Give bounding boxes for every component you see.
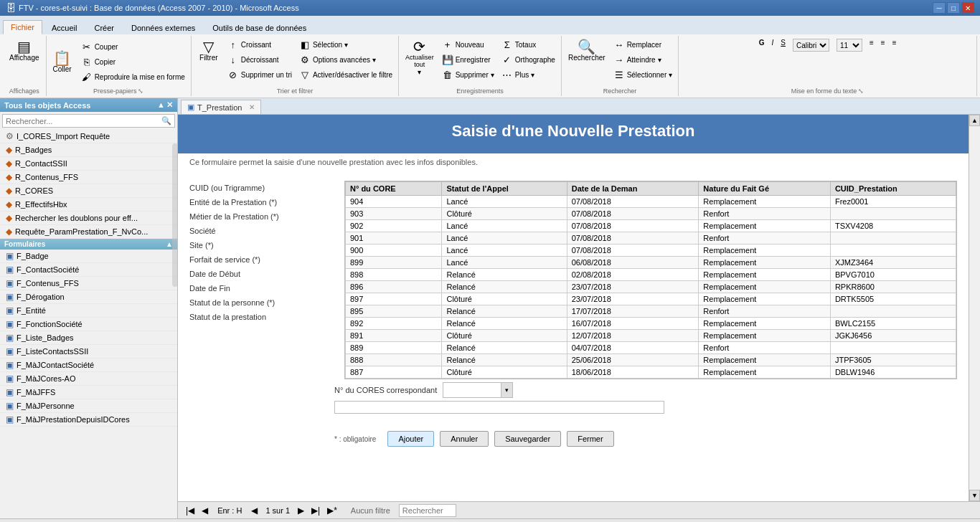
supprimer-tri-button[interactable]: ⊘ Supprimer un tri bbox=[225, 67, 295, 82]
nav-scrollbar[interactable] bbox=[172, 143, 178, 287]
nav-section-formulaires[interactable]: Formulaires ▲ bbox=[0, 239, 177, 250]
nav-pane-header[interactable]: Tous les objets Access ▲ ✕ bbox=[0, 98, 177, 112]
nav-item-fbadge[interactable]: ▣ F_Badge bbox=[0, 250, 177, 263]
font-size-input[interactable]: 11 bbox=[837, 39, 862, 52]
reproduire-button[interactable]: 🖌 Reproduire la mise en forme bbox=[78, 70, 188, 84]
table-scroll[interactable]: N° du CORE Statut de l'Appel Date de la … bbox=[345, 181, 956, 379]
actualiser-button[interactable]: ⟳ Actualisertout ▾ bbox=[402, 37, 438, 78]
nav-item-fmaj-ffs[interactable]: ▣ F_MàJFFS bbox=[0, 386, 177, 399]
nav-item-fliste-badges[interactable]: ▣ F_Liste_Badges bbox=[0, 331, 177, 345]
filtrer-button[interactable]: ▽ Filtrer bbox=[194, 37, 223, 64]
rechercher-button[interactable]: 🔍 Rechercher bbox=[565, 37, 609, 64]
nav-search-input[interactable] bbox=[3, 115, 159, 127]
align-center-button[interactable]: ≡ bbox=[878, 37, 888, 48]
selectionner-button[interactable]: ☰ Sélectionner ▾ bbox=[611, 67, 676, 82]
nav-item-contenus-ffs[interactable]: ◆ R_Contenus_FFS bbox=[0, 171, 177, 184]
tab-outils[interactable]: Outils de base de données bbox=[204, 21, 314, 34]
rec-next-btn[interactable]: ▶ bbox=[296, 506, 306, 516]
minimize-button[interactable]: ─ bbox=[933, 2, 946, 14]
document-tab-prestation[interactable]: ▣ T_Prestation ✕ bbox=[181, 100, 261, 114]
format-expand[interactable]: ⤡ bbox=[858, 87, 864, 95]
selection-button[interactable]: ◧ Sélection ▾ bbox=[296, 37, 395, 52]
nav-item-fmaj-prestation[interactable]: ▣ F_MàJPrestationDepuisIDCores bbox=[0, 413, 177, 427]
align-right-button[interactable]: ≡ bbox=[890, 37, 900, 48]
presse-expand-icon[interactable]: ⤡ bbox=[138, 87, 143, 95]
nav-item-fentite[interactable]: ▣ F_Entité bbox=[0, 304, 177, 318]
nav-item-fliste-contacts[interactable]: ▣ F_ListeContactsSSII bbox=[0, 345, 177, 359]
font-family-select[interactable]: Calibri bbox=[793, 39, 829, 52]
affichage-button[interactable]: ▤ Affichage bbox=[6, 37, 43, 64]
nav-item-fcontenus[interactable]: ▣ F_Contenus_FFS bbox=[0, 277, 177, 290]
font-size-select[interactable]: 11 bbox=[834, 37, 865, 53]
maximize-button[interactable]: □ bbox=[947, 2, 960, 14]
cores-combo[interactable]: ▾ bbox=[443, 382, 513, 398]
fermer-button[interactable]: Fermer bbox=[567, 431, 613, 447]
cores-combo-dropdown-btn[interactable]: ▾ bbox=[501, 383, 512, 397]
table-row[interactable]: 892Relancé16/07/2018RemplacementBWLC2155 bbox=[346, 318, 956, 330]
nav-collapse-icon[interactable]: ▲ bbox=[157, 100, 165, 110]
rec-prev-btn[interactable]: ◀ bbox=[199, 506, 210, 516]
note-box[interactable] bbox=[334, 401, 664, 414]
table-row[interactable]: 899Lancé06/08/2018RemplacementXJMZ3464 bbox=[346, 257, 956, 269]
tab-donnees-externes[interactable]: Données externes bbox=[123, 21, 203, 34]
totaux-button[interactable]: Σ Totaux bbox=[499, 37, 558, 52]
tab-accueil[interactable]: Accueil bbox=[44, 21, 85, 34]
record-search-input[interactable] bbox=[399, 504, 456, 517]
nav-item-fmaj-personne[interactable]: ▣ F_MàJPersonne bbox=[0, 399, 177, 413]
table-row[interactable]: 895Relancé17/07/2018Renfort bbox=[346, 305, 956, 318]
supprimer-button[interactable]: 🗑 Supprimer ▾ bbox=[439, 67, 497, 82]
sauvegarder-button[interactable]: Sauvegarder bbox=[494, 431, 561, 447]
table-row[interactable]: 891Clôturé12/07/2018RemplacementJGKJ6456 bbox=[346, 330, 956, 342]
rec-new-btn[interactable]: ▶* bbox=[325, 506, 339, 516]
table-row[interactable]: 900Lancé07/08/2018Remplacement bbox=[346, 245, 956, 257]
table-row[interactable]: 897Clôturé23/07/2018RemplacementDRTK5505 bbox=[346, 293, 956, 305]
scroll-down-btn[interactable]: ▼ bbox=[969, 490, 980, 501]
italic-button[interactable]: I bbox=[769, 37, 777, 48]
rec-first-btn[interactable]: |◀ bbox=[184, 506, 197, 516]
nav-item-cores-import[interactable]: ⚙ I_CORES_Import Requête bbox=[0, 130, 177, 143]
nouveau-button[interactable]: + Nouveau bbox=[439, 37, 497, 52]
decroissant-button[interactable]: ↓ Décroissant bbox=[225, 52, 295, 67]
table-row[interactable]: 888Relancé25/06/2018RemplacementJTPF3605 bbox=[346, 354, 956, 366]
scroll-track[interactable] bbox=[969, 126, 980, 490]
table-row[interactable]: 898Relancé02/08/2018RemplacementBPVG7010 bbox=[346, 269, 956, 281]
table-row[interactable]: 896Relancé23/07/2018RemplacementRPKR8600 bbox=[346, 281, 956, 293]
croissant-button[interactable]: ↑ Croissant bbox=[225, 37, 295, 52]
nav-item-badges[interactable]: ◆ R_Badges bbox=[0, 143, 177, 157]
cores-combo-input[interactable] bbox=[443, 383, 501, 397]
scroll-up-btn[interactable]: ▲ bbox=[969, 115, 980, 126]
rec-last-btn[interactable]: ▶| bbox=[309, 506, 322, 516]
nav-item-fcontact[interactable]: ▣ F_ContactSociété bbox=[0, 263, 177, 277]
bold-button[interactable]: G bbox=[756, 37, 768, 48]
nav-item-cores[interactable]: ◆ R_CORES bbox=[0, 184, 177, 198]
content-scrollbar[interactable]: ▲ ▼ bbox=[969, 115, 980, 501]
nav-item-fderogation[interactable]: ▣ F_Dérogation bbox=[0, 290, 177, 304]
ajouter-button[interactable]: Ajouter bbox=[387, 431, 434, 447]
table-row[interactable]: 902Lancé07/08/2018RemplacementTSXV4208 bbox=[346, 220, 956, 232]
underline-button[interactable]: S bbox=[778, 37, 788, 48]
table-row[interactable]: 903Clôturé07/08/2018Renfort bbox=[346, 208, 956, 220]
couper-button[interactable]: ✂ Couper bbox=[78, 39, 188, 54]
enregistrer-button[interactable]: 💾 Enregistrer bbox=[439, 52, 497, 67]
plus-button[interactable]: ⋯ Plus ▾ bbox=[499, 67, 558, 82]
nav-item-ffonction[interactable]: ▣ F_FonctionSociété bbox=[0, 318, 177, 331]
doc-tab-close[interactable]: ✕ bbox=[249, 103, 255, 111]
remplacer-button[interactable]: ↔ Remplacer bbox=[611, 37, 676, 52]
rec-prev2-btn[interactable]: ◀ bbox=[249, 506, 260, 516]
nav-item-param[interactable]: ◆ Requête_ParamPrestation_F_NvCo... bbox=[0, 225, 177, 239]
table-row[interactable]: 904Lancé07/08/2018RemplacementFrez0001 bbox=[346, 196, 956, 208]
options-avancees-button[interactable]: ⚙ Options avancées ▾ bbox=[296, 52, 395, 67]
copier-button[interactable]: ⎘ Copier bbox=[78, 54, 188, 69]
table-row[interactable]: 889Relancé04/07/2018Renfort bbox=[346, 342, 956, 354]
nav-item-contactssii[interactable]: ◆ R_ContactSSII bbox=[0, 157, 177, 171]
nav-item-fmaj-cores[interactable]: ▣ F_MàJCores-AO bbox=[0, 372, 177, 386]
tab-fichier[interactable]: Fichier bbox=[3, 20, 42, 34]
nav-item-doublons[interactable]: ◆ Rechercher les doublons pour eff... bbox=[0, 212, 177, 225]
nav-item-effectifs[interactable]: ◆ R_EffectifsHbx bbox=[0, 198, 177, 212]
tab-creer[interactable]: Créer bbox=[86, 21, 122, 34]
table-row[interactable]: 887Clôturé18/06/2018RemplacementDBLW1946 bbox=[346, 366, 956, 379]
align-left-button[interactable]: ≡ bbox=[867, 37, 877, 48]
annuler-button[interactable]: Annuler bbox=[440, 431, 489, 447]
orthographe-button[interactable]: ✓ Orthographe bbox=[499, 52, 558, 67]
font-select[interactable]: Calibri bbox=[790, 37, 832, 53]
